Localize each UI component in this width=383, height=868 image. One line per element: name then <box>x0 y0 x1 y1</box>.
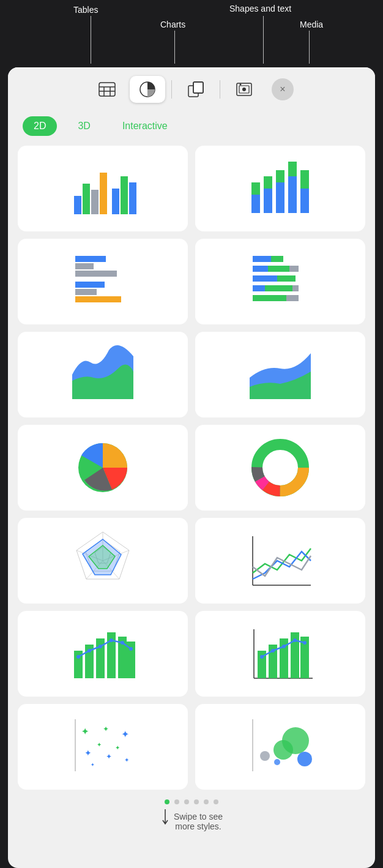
svg-rect-39 <box>268 266 289 272</box>
pagination-dot-1[interactable] <box>174 799 179 804</box>
svg-rect-29 <box>300 170 309 189</box>
chart-item-hbar-grouped[interactable] <box>18 239 188 324</box>
svg-rect-40 <box>289 266 299 272</box>
chart-item-mixed[interactable] <box>18 611 188 697</box>
svg-rect-22 <box>264 189 272 213</box>
charts-annotation: Charts <box>160 20 185 29</box>
svg-rect-44 <box>265 285 292 291</box>
chart-item-bar-stacked[interactable] <box>195 146 365 231</box>
svg-text:✦: ✦ <box>124 757 129 763</box>
svg-rect-30 <box>75 256 106 262</box>
svg-point-103 <box>274 759 280 765</box>
toolbar-separator-1 <box>171 80 172 99</box>
svg-rect-18 <box>121 176 128 214</box>
svg-point-76 <box>110 638 113 642</box>
chart-item-radar[interactable] <box>18 518 188 604</box>
chart-item-donut[interactable] <box>195 425 365 511</box>
swipe-arrow-icon <box>160 809 170 828</box>
svg-rect-36 <box>253 256 271 262</box>
media-line <box>309 31 310 64</box>
svg-rect-23 <box>264 176 272 189</box>
svg-rect-7 <box>193 82 203 93</box>
chart-item-hbar-stacked[interactable] <box>195 239 365 324</box>
svg-point-105 <box>282 727 309 754</box>
chart-item-area[interactable] <box>18 332 188 417</box>
toolbar: × <box>8 67 375 111</box>
pagination-dots <box>8 799 375 804</box>
svg-rect-32 <box>75 271 117 277</box>
toolbar-btn-tables[interactable] <box>89 76 125 103</box>
swipe-hint-area: Swipe to see more styles. <box>8 809 375 831</box>
chart-item-mixed-axed[interactable] <box>195 611 365 697</box>
chart-item-line[interactable] <box>195 518 365 604</box>
media-annotation: Media <box>300 20 323 29</box>
tab-3d[interactable]: 3D <box>67 116 101 136</box>
svg-rect-38 <box>253 266 268 272</box>
svg-point-87 <box>271 649 275 653</box>
svg-rect-41 <box>253 275 277 282</box>
chart-grid: ✦ ✦ ✦ ✦ ✦ ✦ ✦ ✦ ✦ <box>8 146 375 790</box>
svg-point-78 <box>129 647 133 651</box>
svg-point-54 <box>266 453 295 482</box>
svg-point-90 <box>303 641 307 645</box>
svg-text:✦: ✦ <box>121 729 129 739</box>
svg-rect-47 <box>286 295 299 301</box>
toolbar-btn-media[interactable] <box>226 76 262 103</box>
svg-rect-45 <box>292 285 299 291</box>
close-button[interactable]: × <box>272 78 294 100</box>
svg-point-12 <box>240 84 242 86</box>
toolbar-btn-shapes[interactable] <box>178 76 214 103</box>
svg-text:✦: ✦ <box>91 762 95 768</box>
svg-text:✦: ✦ <box>97 741 102 748</box>
close-icon: × <box>280 84 285 95</box>
svg-rect-46 <box>253 295 286 301</box>
svg-point-86 <box>260 655 264 659</box>
chart-item-bar-grouped[interactable] <box>18 146 188 231</box>
svg-point-74 <box>87 649 91 653</box>
chart-item-area-stacked[interactable] <box>195 332 365 417</box>
svg-rect-35 <box>75 296 121 302</box>
svg-text:✦: ✦ <box>81 727 89 736</box>
svg-point-89 <box>293 638 297 642</box>
toolbar-btn-charts[interactable] <box>130 76 165 103</box>
svg-rect-20 <box>251 195 260 213</box>
svg-rect-33 <box>75 282 105 288</box>
svg-rect-13 <box>74 196 81 214</box>
tab-interactive[interactable]: Interactive <box>111 116 179 136</box>
svg-rect-21 <box>251 182 260 195</box>
svg-rect-0 <box>99 83 115 96</box>
pagination-dot-3[interactable] <box>194 799 199 804</box>
tables-annotation: Tables <box>73 5 98 15</box>
pagination-dot-4[interactable] <box>204 799 209 804</box>
shapes-annotation: Shapes and text <box>229 4 291 13</box>
svg-point-77 <box>121 641 124 645</box>
svg-point-102 <box>260 751 270 761</box>
svg-rect-26 <box>288 176 297 213</box>
svg-point-88 <box>282 645 286 648</box>
swipe-text: Swipe to see more styles. <box>174 812 223 831</box>
chart-item-scatter[interactable]: ✦ ✦ ✦ ✦ ✦ ✦ ✦ ✦ ✦ <box>18 704 188 790</box>
svg-text:✦: ✦ <box>106 752 112 761</box>
svg-rect-19 <box>129 182 136 214</box>
svg-text:✦: ✦ <box>115 744 120 751</box>
chart-item-pie[interactable] <box>18 425 188 511</box>
chart-picker-panel: × 2D 3D Interactive <box>8 67 375 868</box>
tab-2d[interactable]: 2D <box>23 116 57 136</box>
svg-point-73 <box>76 655 80 659</box>
svg-rect-14 <box>83 184 90 214</box>
shapes-line <box>263 16 264 64</box>
svg-rect-25 <box>276 170 284 182</box>
svg-rect-31 <box>75 263 94 269</box>
svg-rect-15 <box>91 190 99 214</box>
chart-item-bubble[interactable] <box>195 704 365 790</box>
pagination-dot-0[interactable] <box>165 799 169 804</box>
chart-type-tabs: 2D 3D Interactive <box>8 111 375 146</box>
toolbar-separator-2 <box>220 80 220 99</box>
svg-rect-24 <box>276 182 284 213</box>
svg-text:✦: ✦ <box>103 725 109 733</box>
svg-point-106 <box>297 752 312 766</box>
pagination-dot-5[interactable] <box>214 799 218 804</box>
pagination-dot-2[interactable] <box>184 799 189 804</box>
svg-point-11 <box>242 88 246 91</box>
svg-rect-27 <box>288 162 297 176</box>
